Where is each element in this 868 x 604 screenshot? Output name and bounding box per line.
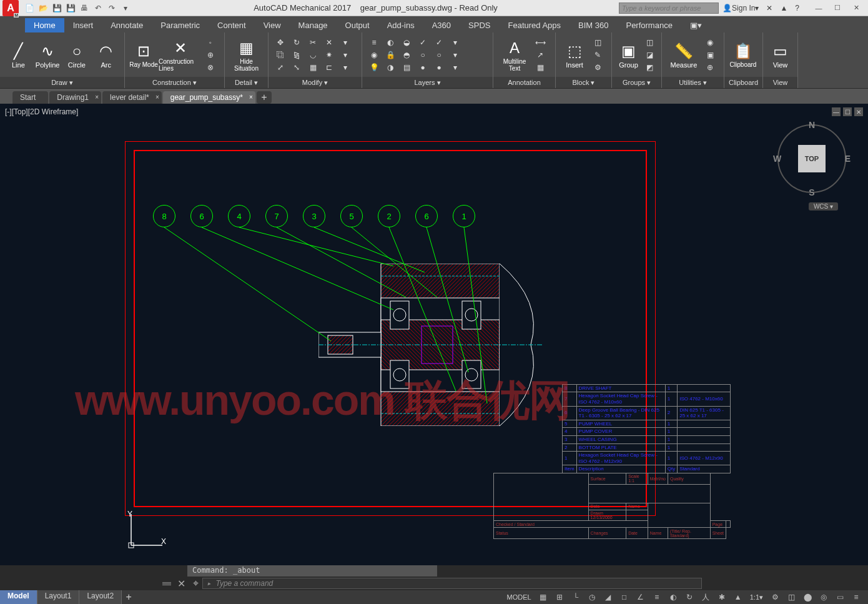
move-icon[interactable]: ✥ bbox=[274, 36, 287, 49]
u2[interactable]: ▣ bbox=[703, 49, 717, 61]
polyline-button[interactable]: ∿Polyline bbox=[33, 34, 62, 76]
customize-icon[interactable]: ≡ bbox=[849, 592, 863, 603]
otrack-icon[interactable]: ∠ bbox=[634, 592, 648, 603]
ribbon-tab-featuredapps[interactable]: Featured Apps bbox=[499, 18, 570, 32]
l1[interactable]: ◐ bbox=[383, 36, 397, 49]
qat-redo-icon[interactable]: ↷ bbox=[106, 2, 118, 14]
close-icon[interactable]: × bbox=[155, 94, 159, 101]
leader-icon[interactable]: ↗ bbox=[533, 49, 547, 61]
scale-icon[interactable]: ⤡ bbox=[290, 61, 303, 74]
layout-tab-1[interactable]: Layout1 bbox=[37, 590, 80, 604]
l12[interactable]: ● bbox=[432, 61, 446, 74]
minimize-button[interactable]: — bbox=[809, 2, 828, 14]
panel-annotation-title[interactable]: Annotation bbox=[493, 77, 555, 88]
ribbon-tab-parametric[interactable]: Parametric bbox=[152, 18, 209, 32]
ribbon-tab-annotate[interactable]: Annotate bbox=[102, 18, 152, 32]
dim-icon[interactable]: ⟷ bbox=[533, 36, 547, 49]
monitor-icon[interactable]: ◫ bbox=[784, 592, 798, 603]
doc-tab-drawing1[interactable]: Drawing1× bbox=[49, 91, 101, 104]
create-icon[interactable]: ◫ bbox=[591, 36, 604, 49]
compass-north[interactable]: N bbox=[809, 120, 815, 130]
modify-mini1[interactable]: ▾ bbox=[338, 36, 352, 49]
polar-icon[interactable]: ◷ bbox=[585, 592, 599, 603]
compass-east[interactable]: E bbox=[845, 154, 851, 164]
vp-minimize-icon[interactable]: — bbox=[832, 107, 841, 116]
infocenter-search[interactable] bbox=[619, 2, 719, 14]
ribbon-tab-home[interactable]: Home bbox=[25, 18, 64, 32]
l8[interactable]: ○ bbox=[416, 49, 430, 61]
edit-icon[interactable]: ✎ bbox=[591, 49, 604, 61]
ribbon-tab-performance[interactable]: Performance bbox=[617, 18, 681, 32]
array-icon[interactable]: ▦ bbox=[306, 61, 320, 74]
doc-tab-gearpump[interactable]: gear_pump_subassy*× bbox=[163, 91, 255, 104]
l13[interactable]: ▾ bbox=[448, 36, 462, 49]
close-icon[interactable]: × bbox=[95, 94, 99, 101]
isolate-icon[interactable]: ◎ bbox=[817, 592, 831, 603]
ribbon-tab-manage[interactable]: Manage bbox=[290, 18, 337, 32]
erase-icon[interactable]: ✕ bbox=[322, 36, 336, 49]
copy-icon[interactable]: ⿻ bbox=[274, 49, 287, 61]
qat-save-icon[interactable]: 💾 bbox=[51, 2, 63, 14]
viewport-label[interactable]: [-][Top][2D Wireframe] bbox=[5, 107, 78, 116]
grid-icon[interactable]: ▦ bbox=[536, 592, 550, 603]
fillet-icon[interactable]: ◡ bbox=[306, 49, 320, 61]
doc-tab-start[interactable]: Start bbox=[12, 91, 48, 104]
ribbon-tab-insert[interactable]: Insert bbox=[64, 18, 102, 32]
panel-detail-title[interactable]: Detail ▾ bbox=[225, 77, 268, 88]
scale-dropdown[interactable]: 1:1▾ bbox=[747, 593, 766, 602]
osnap-icon[interactable]: □ bbox=[618, 592, 631, 603]
stretch-icon[interactable]: ⤢ bbox=[274, 61, 287, 74]
app-logo[interactable]: A bbox=[2, 0, 19, 16]
offset-icon[interactable]: ⊏ bbox=[322, 61, 336, 74]
viewcube[interactable]: N S E W TOP bbox=[774, 121, 849, 196]
command-input[interactable]: ▸ Type a command bbox=[202, 578, 702, 589]
add-tab-button[interactable]: + bbox=[257, 91, 272, 104]
rotate-icon[interactable]: ↻ bbox=[290, 36, 303, 49]
modify-mini3[interactable]: ▾ bbox=[338, 61, 352, 74]
panel-draw-title[interactable]: Draw ▾ bbox=[0, 77, 124, 88]
ribbon-tab-output[interactable]: Output bbox=[337, 18, 378, 32]
compass-west[interactable]: W bbox=[773, 154, 781, 164]
raymode-button[interactable]: ⊡Ray Mode bbox=[129, 34, 159, 76]
ribbon-tab-view[interactable]: View bbox=[255, 18, 290, 32]
annoadd-icon[interactable]: ▲ bbox=[731, 592, 745, 603]
hardware-icon[interactable]: ⬤ bbox=[801, 592, 814, 603]
layout-tab-2[interactable]: Layout2 bbox=[79, 590, 122, 604]
exchange-icon[interactable]: ✕ bbox=[766, 4, 772, 12]
help-icon[interactable]: ? bbox=[795, 4, 799, 12]
layout-tab-model[interactable]: Model bbox=[0, 590, 37, 604]
compass-south[interactable]: S bbox=[809, 187, 814, 197]
line-button[interactable]: ╱Line bbox=[4, 34, 33, 76]
l6[interactable]: ▤ bbox=[400, 61, 413, 74]
l15[interactable]: ▾ bbox=[448, 61, 462, 74]
layeriso-icon[interactable]: ◉ bbox=[367, 49, 381, 61]
mirror-icon[interactable]: ⧎ bbox=[290, 49, 303, 61]
insert-button[interactable]: ⬚Insert bbox=[560, 34, 589, 76]
l14[interactable]: ▾ bbox=[448, 49, 462, 61]
doc-tab-lever[interactable]: lever detail*× bbox=[102, 91, 162, 104]
const-mini2[interactable]: ⊕ bbox=[204, 49, 217, 61]
u3[interactable]: ⊕ bbox=[703, 61, 717, 74]
layout-add-button[interactable]: + bbox=[122, 590, 136, 604]
qat-plot-icon[interactable]: 🖶 bbox=[78, 2, 91, 14]
l4[interactable]: ◒ bbox=[400, 36, 413, 49]
drawing-canvas[interactable]: [-][Top][2D Wireframe] — ☐ ✕ N S E W TOP… bbox=[0, 104, 868, 578]
u1[interactable]: ◉ bbox=[703, 36, 717, 49]
l3[interactable]: ◑ bbox=[383, 61, 397, 74]
qat-more-icon[interactable]: ▾ bbox=[119, 2, 132, 14]
ribbon-tab-spds[interactable]: SPDS bbox=[460, 18, 499, 32]
close-icon[interactable]: × bbox=[249, 94, 253, 101]
qat-undo-icon[interactable]: ↶ bbox=[92, 2, 104, 14]
vp-close-icon[interactable]: ✕ bbox=[854, 107, 863, 116]
ortho-icon[interactable]: └ bbox=[569, 592, 583, 603]
l2[interactable]: 🔒 bbox=[383, 49, 397, 61]
panel-layers-title[interactable]: Layers ▾ bbox=[362, 77, 493, 88]
cmd-close-icon[interactable]: ✕ bbox=[177, 578, 185, 590]
status-model[interactable]: MODEL bbox=[505, 593, 534, 601]
g3[interactable]: ◩ bbox=[643, 61, 656, 74]
panel-block-title[interactable]: Block ▾ bbox=[556, 77, 611, 88]
measure-button[interactable]: 📏Measure bbox=[666, 34, 702, 76]
qat-saveas-icon[interactable]: 💾 bbox=[64, 2, 77, 14]
ribbon-tab-bim360[interactable]: BIM 360 bbox=[570, 18, 617, 32]
g2[interactable]: ◪ bbox=[643, 49, 656, 61]
